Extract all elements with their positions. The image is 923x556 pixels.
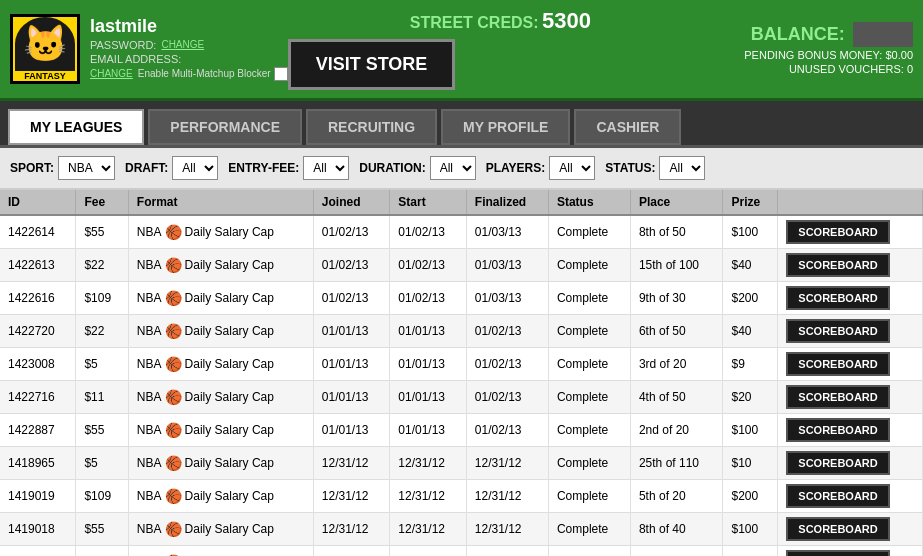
status-label: STATUS: — [605, 161, 655, 175]
cell-status: Complete — [548, 348, 630, 381]
scoreboard-button[interactable]: SCOREBOARD — [786, 253, 889, 277]
street-creds-value: 5300 — [542, 8, 591, 33]
cell-finalized: 01/02/13 — [466, 414, 548, 447]
cell-fee: $109 — [76, 480, 128, 513]
cell-id: 1419018 — [0, 513, 76, 546]
players-select[interactable]: All — [549, 156, 595, 180]
pending-value: $0.00 — [885, 49, 913, 61]
cell-joined: 12/29/12 — [313, 546, 390, 557]
status-select[interactable]: All — [659, 156, 705, 180]
cell-fee: $11 — [76, 381, 128, 414]
cell-action: SCOREBOARD — [778, 513, 923, 546]
email-change-link[interactable]: CHANGE — [90, 68, 133, 79]
cell-prize: $40 — [723, 315, 778, 348]
cell-place: 3rd of 20 — [630, 348, 723, 381]
table-row: 1423008 $5 NBA 🏀 Daily Salary Cap 01/01/… — [0, 348, 923, 381]
format-text: Daily Salary Cap — [185, 258, 274, 272]
password-change-link[interactable]: CHANGE — [161, 39, 204, 50]
user-info: lastmile PASSWORD: CHANGE EMAIL ADDRESS:… — [90, 16, 288, 83]
sport-select[interactable]: NBA NFL MLB — [58, 156, 115, 180]
cell-finalized: 01/03/13 — [466, 215, 548, 249]
scoreboard-button[interactable]: SCOREBOARD — [786, 352, 889, 376]
cell-action: SCOREBOARD — [778, 546, 923, 557]
tab-recruiting[interactable]: RECRUITING — [306, 109, 437, 145]
cell-action: SCOREBOARD — [778, 215, 923, 249]
tab-my-profile[interactable]: MY PROFILE — [441, 109, 570, 145]
cell-place: 15th of 100 — [630, 249, 723, 282]
scoreboard-button[interactable]: SCOREBOARD — [786, 484, 889, 508]
cell-start: 12/31/12 — [390, 480, 467, 513]
format-text: Daily Salary Cap — [185, 522, 274, 536]
tab-performance[interactable]: PERFORMANCE — [148, 109, 302, 145]
vouchers-label: UNUSED VOUCHERS: — [789, 63, 904, 75]
scoreboard-button[interactable]: SCOREBOARD — [786, 517, 889, 541]
col-place: Place — [630, 190, 723, 215]
leagues-table-container: ID Fee Format Joined Start Finalized Sta… — [0, 190, 923, 556]
cell-status: Complete — [548, 513, 630, 546]
scoreboard-button[interactable]: SCOREBOARD — [786, 451, 889, 475]
cell-fee: $22 — [76, 249, 128, 282]
cell-status: Complete — [548, 381, 630, 414]
cell-prize: $40 — [723, 249, 778, 282]
logo-box: 🐱 FANTASY — [10, 14, 80, 84]
password-row: PASSWORD: CHANGE — [90, 39, 288, 51]
entry-fee-select[interactable]: All — [303, 156, 349, 180]
table-row: 1422613 $22 NBA 🏀 Daily Salary Cap 01/02… — [0, 249, 923, 282]
cell-joined: 01/01/13 — [313, 381, 390, 414]
cell-finalized: 01/02/13 — [466, 381, 548, 414]
sport-label-text: NBA — [137, 390, 162, 404]
cell-action: SCOREBOARD — [778, 447, 923, 480]
enable-multi-text: Enable Multi-Matchup Blocker — [138, 68, 271, 79]
tab-cashier[interactable]: CASHIER — [574, 109, 681, 145]
scoreboard-button[interactable]: SCOREBOARD — [786, 550, 889, 556]
cell-fee: $5 — [76, 447, 128, 480]
cell-format: NBA 🏀 Daily Salary Cap — [128, 249, 313, 282]
table-row: 1418965 $5 NBA 🏀 Daily Salary Cap 12/31/… — [0, 447, 923, 480]
format-text: Daily Salary Cap — [185, 357, 274, 371]
cell-prize: $20 — [723, 381, 778, 414]
scoreboard-button[interactable]: SCOREBOARD — [786, 319, 889, 343]
cell-status: Complete — [548, 480, 630, 513]
cell-format: NBA 🏀 Daily Salary Cap — [128, 348, 313, 381]
cell-id: 1422614 — [0, 215, 76, 249]
scoreboard-button[interactable]: SCOREBOARD — [786, 418, 889, 442]
draft-select[interactable]: All — [172, 156, 218, 180]
username: lastmile — [90, 16, 288, 37]
cell-start: 01/01/13 — [390, 381, 467, 414]
table-row: 1422716 $11 NBA 🏀 Daily Salary Cap 01/01… — [0, 381, 923, 414]
email-row: EMAIL ADDRESS: — [90, 53, 288, 65]
draft-filter-group: DRAFT: All — [125, 156, 218, 180]
tab-my-leagues[interactable]: MY LEAGUES — [8, 109, 144, 145]
table-body: 1422614 $55 NBA 🏀 Daily Salary Cap 01/02… — [0, 215, 923, 556]
sport-label-text: NBA — [137, 423, 162, 437]
table-row: 1414337 $11 NBA 🏀 Daily Salary Cap 12/29… — [0, 546, 923, 557]
cell-joined: 01/01/13 — [313, 315, 390, 348]
cell-start: 01/01/13 — [390, 315, 467, 348]
duration-select[interactable]: All — [430, 156, 476, 180]
scoreboard-button[interactable]: SCOREBOARD — [786, 220, 889, 244]
scoreboard-button[interactable]: SCOREBOARD — [786, 286, 889, 310]
col-status: Status — [548, 190, 630, 215]
cell-place: 2nd of 20 — [630, 414, 723, 447]
cell-start: 12/31/12 — [390, 447, 467, 480]
enable-multi-checkbox[interactable] — [274, 67, 288, 81]
cell-status: Complete — [548, 215, 630, 249]
scoreboard-button[interactable]: SCOREBOARD — [786, 385, 889, 409]
cell-format: NBA 🏀 Daily Salary Cap — [128, 282, 313, 315]
format-text: Daily Salary Cap — [185, 390, 274, 404]
nav-tabs: MY LEAGUES PERFORMANCE RECRUITING MY PRO… — [0, 101, 923, 148]
cell-fee: $55 — [76, 215, 128, 249]
sport-label-text: NBA — [137, 456, 162, 470]
table-header-row: ID Fee Format Joined Start Finalized Sta… — [0, 190, 923, 215]
sport-label-text: NBA — [137, 291, 162, 305]
cell-finalized: 01/03/13 — [466, 282, 548, 315]
cell-status: Complete — [548, 414, 630, 447]
visit-store-button[interactable]: VISIT STORE — [288, 39, 456, 90]
cell-fee: $22 — [76, 315, 128, 348]
cell-status: Complete — [548, 315, 630, 348]
header: 🐱 FANTASY lastmile PASSWORD: CHANGE EMAI… — [0, 0, 923, 101]
table-row: 1422887 $55 NBA 🏀 Daily Salary Cap 01/01… — [0, 414, 923, 447]
cell-place: 8th of 50 — [630, 215, 723, 249]
cell-fee: $109 — [76, 282, 128, 315]
cell-start: 12/31/12 — [390, 513, 467, 546]
